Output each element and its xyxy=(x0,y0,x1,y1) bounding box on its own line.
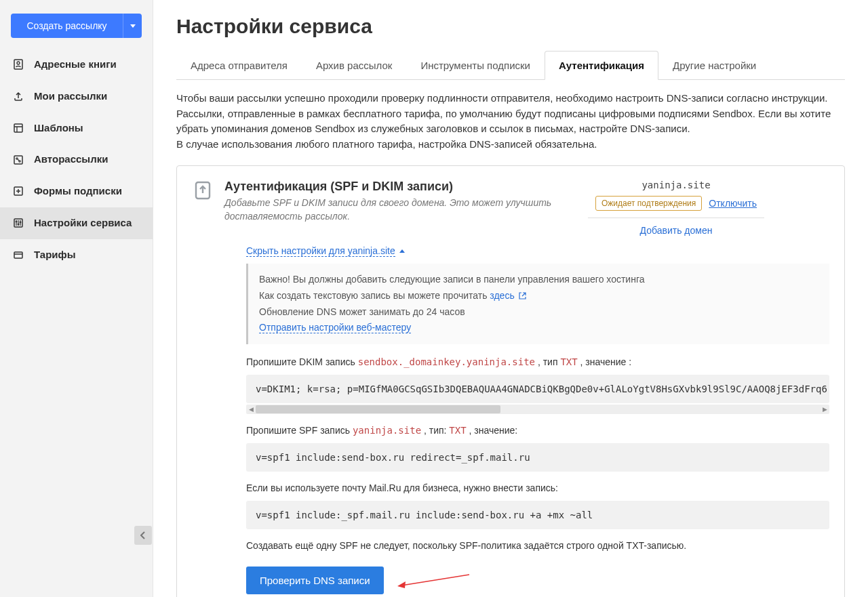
sidebar-item-templates[interactable]: Шаблоны xyxy=(0,112,153,144)
sidebar: Создать рассылку Адресные книги Мои расс… xyxy=(0,0,153,597)
spf-host-code: yaninja.site xyxy=(353,425,421,436)
spf-instruction: Пропишите SPF запись yaninja.site , тип:… xyxy=(246,424,829,438)
svg-rect-11 xyxy=(14,252,22,258)
create-campaign-button[interactable]: Создать рассылку xyxy=(11,14,123,38)
sidebar-item-service-settings[interactable]: Настройки сервиса xyxy=(0,207,153,239)
sidebar-item-label: Мои рассылки xyxy=(34,90,107,103)
tab-subscribe-tools[interactable]: Инструменты подписки xyxy=(406,51,545,80)
toggle-domain-settings[interactable]: Скрыть настройки для yaninja.site xyxy=(246,245,405,257)
domain-box: yaninja.site Ожидает подтверждения Отклю… xyxy=(588,180,764,236)
spf-value-code[interactable]: v=spf1 include:send-box.ru redirect=_spf… xyxy=(246,443,829,472)
check-dns-button[interactable]: Проверить DNS записи xyxy=(246,567,384,594)
sidebar-item-subscribe-forms[interactable]: Формы подписки xyxy=(0,176,153,207)
notice-box: Важно! Вы должны добавить следующие запи… xyxy=(246,264,829,344)
sidebar-item-my-campaigns[interactable]: Мои рассылки xyxy=(0,81,153,112)
help-link[interactable]: здесь xyxy=(490,290,526,301)
form-add-icon xyxy=(12,185,24,197)
svg-point-4 xyxy=(16,157,18,159)
chevron-left-icon xyxy=(140,531,146,539)
svg-point-5 xyxy=(19,160,20,161)
spf-type-code: TXT xyxy=(449,425,466,436)
card-icon xyxy=(12,249,24,261)
dkim-instruction: Пропишите DKIM запись sendbox._domainkey… xyxy=(246,355,829,369)
sidebar-item-label: Настройки сервиса xyxy=(34,217,132,230)
send-to-webmaster-link[interactable]: Отправить настройки веб-мастеру xyxy=(259,322,411,333)
intro-line: Чтобы ваши рассылки успешно проходили пр… xyxy=(176,91,845,106)
tab-other[interactable]: Другие настройки xyxy=(658,51,770,80)
book-icon xyxy=(12,58,24,70)
upload-shield-icon xyxy=(192,180,214,201)
sidebar-item-label: Адресные книги xyxy=(34,58,117,71)
disable-domain-link[interactable]: Отключить xyxy=(709,198,757,209)
horizontal-scrollbar[interactable]: ◀ ▶ xyxy=(246,405,829,414)
spf-single-note: Создавать ещё одну SPF не следует, поско… xyxy=(246,539,829,553)
page-title: Настройки сервиса xyxy=(176,15,845,38)
intro-line: В случае использования любого платного т… xyxy=(176,137,845,152)
sidebar-nav: Адресные книги Мои рассылки Шаблоны Авто… xyxy=(0,49,153,270)
intro-line: Рассылки, отправленные в рамках бесплатн… xyxy=(176,106,845,137)
sidebar-item-label: Тарифы xyxy=(34,249,75,262)
caret-down-icon xyxy=(130,24,136,28)
svg-point-10 xyxy=(20,222,21,223)
sidebar-item-label: Шаблоны xyxy=(34,122,83,135)
sidebar-item-address-books[interactable]: Адресные книги xyxy=(0,49,153,81)
flow-icon xyxy=(12,154,24,166)
caret-up-icon xyxy=(399,249,405,253)
create-campaign-dropdown-toggle[interactable] xyxy=(123,14,142,38)
add-domain-link[interactable]: Добавить домен xyxy=(640,225,713,236)
svg-point-9 xyxy=(18,224,19,225)
external-link-icon xyxy=(519,292,526,300)
tab-sender-addresses[interactable]: Адреса отправителя xyxy=(176,51,302,80)
template-icon xyxy=(12,122,24,134)
tab-authentication[interactable]: Аутентификация xyxy=(545,51,658,80)
panel-subtitle: Добавьте SPF и DKIM записи для своего до… xyxy=(224,197,577,223)
pointer-arrow-icon xyxy=(396,572,471,590)
intro-text: Чтобы ваши рассылки успешно проходили пр… xyxy=(176,91,845,152)
tab-archive[interactable]: Архив рассылок xyxy=(302,51,407,80)
mailru-instruction: Если вы используете почту Mail.Ru для би… xyxy=(246,481,829,495)
svg-point-1 xyxy=(17,62,20,64)
notice-line: Обновление DNS может занимать до 24 часо… xyxy=(259,304,818,321)
scroll-left-arrow-icon[interactable]: ◀ xyxy=(246,405,256,414)
sliders-icon xyxy=(12,217,24,229)
upload-icon xyxy=(12,90,24,102)
sidebar-item-tariffs[interactable]: Тарифы xyxy=(0,239,153,271)
svg-rect-2 xyxy=(14,124,22,132)
notice-line: Важно! Вы должны добавить следующие запи… xyxy=(259,272,818,288)
sidebar-item-label: Формы подписки xyxy=(34,185,122,198)
panel-title: Аутентификация (SPF и DKIM записи) xyxy=(224,180,577,194)
dkim-host-code: sendbox._domainkey.yaninja.site xyxy=(358,356,535,367)
main-content: Настройки сервиса Адреса отправителя Арх… xyxy=(153,0,868,597)
domain-name: yaninja.site xyxy=(588,180,764,190)
svg-point-8 xyxy=(16,221,17,222)
dkim-type-code: TXT xyxy=(560,356,577,367)
dkim-value-code[interactable]: v=DKIM1; k=rsa; p=MIGfMA0GCSqGSIb3DQEBAQ… xyxy=(246,375,829,403)
status-badge-pending: Ожидает подтверждения xyxy=(595,196,702,211)
scrollbar-thumb[interactable] xyxy=(256,405,500,413)
sidebar-item-label: Авторассылки xyxy=(34,153,108,166)
settings-tabs: Адреса отправителя Архив рассылок Инстру… xyxy=(176,50,845,80)
sidebar-item-autosend[interactable]: Авторассылки xyxy=(0,144,153,176)
notice-line: Как создать текстовую запись вы можете п… xyxy=(259,288,818,304)
dkim-value-wrapper: v=DKIM1; k=rsa; p=MIGfMA0GCSqGSIb3DQEBAQ… xyxy=(246,375,829,414)
mailru-value-code[interactable]: v=spf1 include:_spf.mail.ru include:send… xyxy=(246,501,829,529)
domain-settings-details: Важно! Вы должны добавить следующие запи… xyxy=(246,264,829,594)
scroll-right-arrow-icon[interactable]: ▶ xyxy=(820,405,829,414)
auth-panel: Аутентификация (SPF и DKIM записи) Добав… xyxy=(176,165,845,597)
sidebar-collapse-button[interactable] xyxy=(134,526,152,545)
